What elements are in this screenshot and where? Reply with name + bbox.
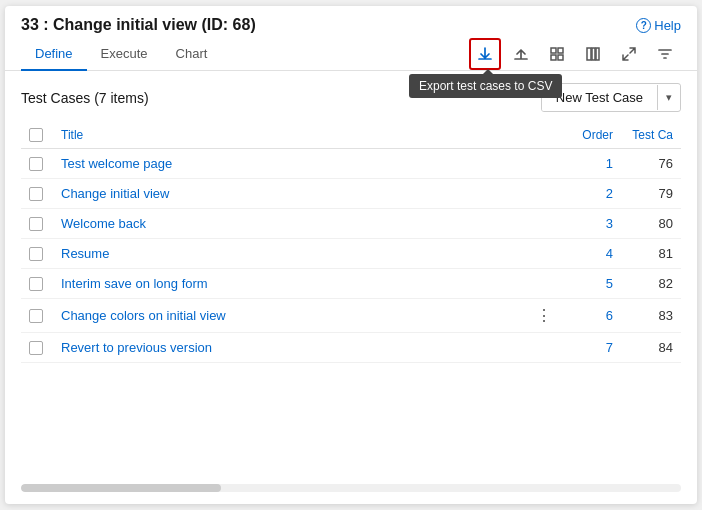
section-title: Test Cases (7 items) xyxy=(21,90,149,106)
select-all-checkbox[interactable] xyxy=(29,128,43,142)
row-checkbox[interactable] xyxy=(29,277,43,291)
help-link[interactable]: ? Help xyxy=(636,18,681,33)
svg-rect-4 xyxy=(587,48,591,60)
row-checkbox[interactable] xyxy=(29,187,43,201)
row-context-menu xyxy=(528,239,561,269)
table-row: Interim save on long form582 xyxy=(21,269,681,299)
content: Test Cases (7 items) New Test Case ▾ Tit… xyxy=(5,71,697,504)
export-csv-button[interactable] xyxy=(469,38,501,70)
row-checkbox[interactable] xyxy=(29,341,43,355)
filter-button[interactable] xyxy=(649,38,681,70)
row-order[interactable]: 1 xyxy=(561,149,621,179)
row-testcase: 80 xyxy=(621,209,681,239)
new-test-case-button[interactable]: New Test Case xyxy=(542,84,657,111)
row-order[interactable]: 4 xyxy=(561,239,621,269)
new-test-case-dropdown[interactable]: ▾ xyxy=(657,85,680,110)
tab-chart[interactable]: Chart xyxy=(162,38,222,71)
row-testcase: 79 xyxy=(621,179,681,209)
row-order[interactable]: 2 xyxy=(561,179,621,209)
row-context-menu xyxy=(528,149,561,179)
row-context-menu xyxy=(528,333,561,363)
table-row: Change initial view279 xyxy=(21,179,681,209)
row-checkbox-cell xyxy=(21,239,53,269)
row-checkbox[interactable] xyxy=(29,247,43,261)
table-header-row: Title Order Test Ca xyxy=(21,122,681,149)
import-button[interactable] xyxy=(505,38,537,70)
row-checkbox[interactable] xyxy=(29,309,43,323)
col-dots xyxy=(528,122,561,149)
table-row: Test welcome page176 xyxy=(21,149,681,179)
col-title[interactable]: Title xyxy=(53,122,528,149)
row-title[interactable]: Revert to previous version xyxy=(53,333,528,363)
new-test-case-group: New Test Case ▾ xyxy=(541,83,681,112)
row-context-menu xyxy=(528,269,561,299)
toolbar: Export test cases to CSV xyxy=(469,38,681,70)
row-testcase: 83 xyxy=(621,299,681,333)
row-order[interactable]: 6 xyxy=(561,299,621,333)
row-context-menu xyxy=(528,179,561,209)
row-testcase: 82 xyxy=(621,269,681,299)
row-title[interactable]: Change initial view xyxy=(53,179,528,209)
row-title[interactable]: Interim save on long form xyxy=(53,269,528,299)
main-window: 33 : Change initial view (ID: 68) ? Help… xyxy=(5,6,697,504)
svg-rect-1 xyxy=(558,48,563,53)
row-context-menu xyxy=(528,209,561,239)
tabs: Define Execute Chart xyxy=(21,38,221,70)
tab-execute[interactable]: Execute xyxy=(87,38,162,71)
row-title[interactable]: Test welcome page xyxy=(53,149,528,179)
table-row: Welcome back380 xyxy=(21,209,681,239)
row-title[interactable]: Welcome back xyxy=(53,209,528,239)
table-row: Resume481 xyxy=(21,239,681,269)
section-header: Test Cases (7 items) New Test Case ▾ xyxy=(21,83,681,112)
grid-button[interactable] xyxy=(541,38,573,70)
help-label: Help xyxy=(654,18,681,33)
row-order[interactable]: 3 xyxy=(561,209,621,239)
row-checkbox-cell xyxy=(21,209,53,239)
columns-button[interactable] xyxy=(577,38,609,70)
row-title[interactable]: Resume xyxy=(53,239,528,269)
header: 33 : Change initial view (ID: 68) ? Help xyxy=(5,6,697,38)
expand-button[interactable] xyxy=(613,38,645,70)
svg-rect-6 xyxy=(596,48,599,60)
help-icon: ? xyxy=(636,18,651,33)
test-cases-table: Title Order Test Ca Test welcome page176… xyxy=(21,122,681,363)
col-order[interactable]: Order xyxy=(561,122,621,149)
row-order[interactable]: 5 xyxy=(561,269,621,299)
svg-rect-3 xyxy=(558,55,563,60)
row-order[interactable]: 7 xyxy=(561,333,621,363)
row-title[interactable]: Change colors on initial view xyxy=(53,299,528,333)
page-title: 33 : Change initial view (ID: 68) xyxy=(21,16,256,34)
test-cases-table-container: Title Order Test Ca Test welcome page176… xyxy=(21,122,681,480)
svg-rect-0 xyxy=(551,48,556,53)
row-checkbox-cell xyxy=(21,269,53,299)
col-checkbox xyxy=(21,122,53,149)
col-testcase[interactable]: Test Ca xyxy=(621,122,681,149)
row-checkbox-cell xyxy=(21,333,53,363)
tab-define[interactable]: Define xyxy=(21,38,87,71)
row-checkbox[interactable] xyxy=(29,217,43,231)
row-checkbox[interactable] xyxy=(29,157,43,171)
row-context-menu[interactable]: ⋮ xyxy=(528,299,561,333)
table-row: Revert to previous version784 xyxy=(21,333,681,363)
row-checkbox-cell xyxy=(21,149,53,179)
svg-rect-2 xyxy=(551,55,556,60)
row-testcase: 76 xyxy=(621,149,681,179)
table-body: Test welcome page176Change initial view2… xyxy=(21,149,681,363)
table-row: Change colors on initial view⋮683 xyxy=(21,299,681,333)
row-testcase: 84 xyxy=(621,333,681,363)
row-checkbox-cell xyxy=(21,179,53,209)
row-testcase: 81 xyxy=(621,239,681,269)
row-checkbox-cell xyxy=(21,299,53,333)
scrollbar-thumb[interactable] xyxy=(21,484,221,492)
tabs-toolbar-row: Define Execute Chart Export test cases t… xyxy=(5,38,697,71)
horizontal-scrollbar[interactable] xyxy=(21,484,681,492)
svg-rect-5 xyxy=(592,48,595,60)
